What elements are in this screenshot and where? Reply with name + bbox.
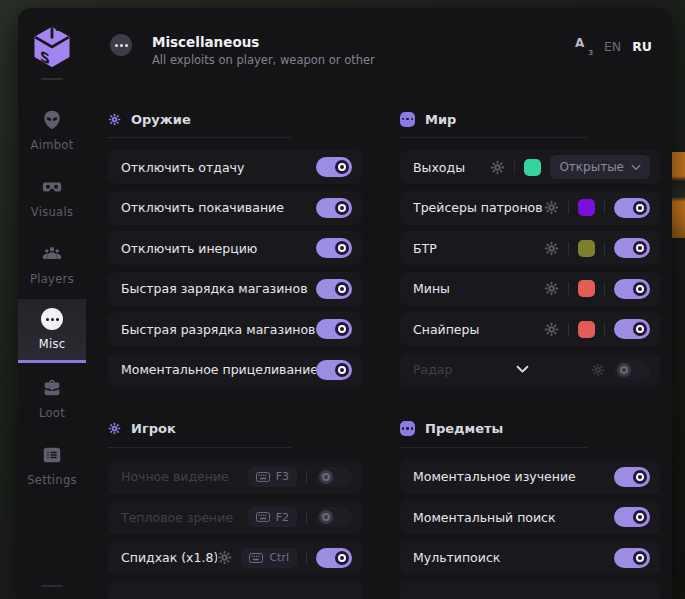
color-swatch[interactable] (578, 321, 595, 338)
feature-label: Отключить отдачу (121, 160, 316, 175)
people-icon (41, 243, 63, 265)
feature-row: Моментальный поиск (400, 500, 660, 534)
feature-row: Быстрая зарядка магазинов (108, 272, 362, 306)
lang-en-button[interactable]: EN (604, 39, 621, 54)
toggle-switch[interactable] (614, 467, 650, 487)
hotkey-badge[interactable]: F3 (248, 467, 297, 487)
toggle-switch[interactable] (316, 279, 352, 299)
toggle-switch[interactable] (614, 507, 650, 527)
section-header-player: Игрок (108, 420, 362, 438)
gear-icon[interactable] (544, 241, 559, 256)
chevron-down-icon[interactable] (516, 365, 529, 374)
feature-row: Ночное видение F3 (108, 460, 362, 494)
sidebar-divider (41, 78, 63, 80)
toggle-switch[interactable] (316, 360, 352, 380)
section-divider (400, 447, 587, 448)
color-swatch[interactable] (524, 159, 541, 176)
sidebar-item-players[interactable]: Players (18, 232, 86, 296)
feature-row: БТР (400, 231, 660, 265)
toggle-switch[interactable] (316, 198, 352, 218)
feature-label: Мультипоиск (413, 550, 614, 565)
section-title: Предметы (425, 421, 503, 436)
feature-row: Отключить отдачу (108, 150, 362, 184)
color-swatch[interactable] (578, 199, 595, 216)
feature-label: Быстрая зарядка магазинов (121, 281, 316, 296)
bubble-dots-icon (400, 421, 415, 436)
dropdown-value: Открытые (559, 160, 624, 174)
feature-label: Моментальный поиск (413, 510, 614, 525)
page-title: Miscellaneous (152, 34, 259, 50)
toggle-switch[interactable] (614, 198, 650, 218)
sidebar-item-settings[interactable]: Settings (18, 433, 86, 497)
section-header-items: Предметы (400, 420, 660, 438)
hotkey-label: F3 (276, 470, 289, 483)
feature-label: Выходы (413, 160, 490, 175)
dropdown-select[interactable]: Открытые (550, 155, 650, 179)
sidebar-item-visuals[interactable]: Visuals (18, 165, 86, 229)
sidebar-item-label: Aimbot (31, 138, 74, 152)
language-switcher: Aз EN RU (575, 38, 652, 54)
vr-goggles-icon (41, 176, 63, 198)
gear-icon[interactable] (544, 200, 559, 215)
feature-label: Моментальное прицеливание (121, 362, 316, 377)
sidebar-item-label: Visuals (31, 205, 73, 219)
section-header-world: Мир (400, 110, 660, 128)
feature-row: Отключить инерцию (108, 231, 362, 265)
list-settings-icon (41, 444, 63, 466)
hotkey-badge[interactable]: F2 (248, 507, 297, 527)
toggle-switch[interactable] (614, 319, 650, 339)
divider (604, 282, 605, 295)
sidebar-item-label: Players (30, 272, 74, 286)
toggle-switch[interactable] (614, 238, 650, 258)
bubble-dots-icon (400, 112, 415, 127)
column-right: Мир Выходы Открытые Трейсеры патронов (400, 110, 660, 599)
divider (604, 201, 605, 214)
sidebar: Aimbot Visuals Players Misc Loot Setting… (18, 8, 86, 599)
gear-icon[interactable] (544, 322, 559, 337)
toggle-switch[interactable] (316, 507, 352, 527)
keyboard-icon (256, 512, 270, 522)
divider (514, 161, 515, 174)
toggle-switch[interactable] (614, 360, 650, 380)
gear-icon[interactable] (490, 160, 505, 175)
gear-icon[interactable] (544, 281, 559, 296)
feature-row: Снайперы (400, 312, 660, 346)
toggle-switch[interactable] (316, 319, 352, 339)
toggle-switch[interactable] (614, 279, 650, 299)
gear-icon (108, 422, 121, 435)
feature-label: Моментальное изучение (413, 469, 614, 484)
page-header: Miscellaneous All exploits on player, we… (86, 8, 672, 96)
divider (568, 242, 569, 255)
sidebar-divider (41, 585, 63, 587)
sg-cube-logo (31, 25, 73, 71)
toggle-switch[interactable] (316, 157, 352, 177)
hotkey-label: Ctrl (269, 551, 289, 564)
sidebar-item-misc[interactable]: Misc (18, 299, 86, 363)
feature-row: Мины (400, 272, 660, 306)
sidebar-item-label: Misc (39, 337, 66, 351)
gear-icon[interactable] (591, 363, 605, 377)
section-divider (108, 137, 291, 138)
divider (568, 323, 569, 336)
gear-icon[interactable] (217, 550, 232, 565)
lang-ru-button[interactable]: RU (632, 39, 652, 54)
section-divider (400, 137, 587, 138)
toggle-switch[interactable] (316, 548, 352, 568)
color-swatch[interactable] (578, 280, 595, 297)
column-left: Оружие Отключить отдачу Отключить покачи… (108, 110, 362, 599)
feature-label: Тепловое зрение (121, 510, 248, 525)
sidebar-item-loot[interactable]: Loot (18, 366, 86, 430)
hotkey-badge[interactable]: Ctrl (241, 548, 297, 568)
toggle-switch[interactable] (316, 238, 352, 258)
toggle-switch[interactable] (614, 548, 650, 568)
ellipsis-circle-icon (41, 308, 63, 330)
sidebar-item-aimbot[interactable]: Aimbot (18, 98, 86, 162)
feature-row: Моментальное изучение (400, 460, 660, 494)
alien-icon (41, 109, 63, 131)
feature-label: Быстрая разрядка магазинов (121, 322, 316, 337)
translate-icon: Aз (575, 38, 593, 54)
color-swatch[interactable] (578, 240, 595, 257)
divider (306, 511, 307, 524)
toggle-switch[interactable] (316, 467, 352, 487)
divider (568, 201, 569, 214)
